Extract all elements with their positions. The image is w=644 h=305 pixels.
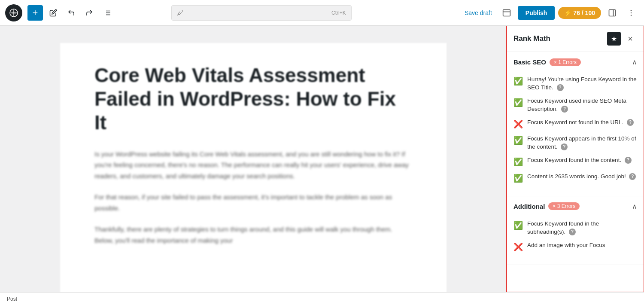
editor-content: Core Web Vitals Assessment Failed in Wor… — [60, 43, 447, 292]
body-paragraph-1: Is your WordPress website failing its Co… — [94, 149, 412, 182]
svg-point-11 — [631, 9, 632, 11]
seo-item: ✅ Focus Keyword used inside SEO Meta Des… — [513, 97, 637, 113]
success-icon: ✅ — [513, 98, 523, 108]
publish-button[interactable]: Publish — [518, 6, 555, 20]
additional-section: Additional × 3 Errors ∧ ✅ Focus Keyword … — [507, 196, 644, 265]
score-badge[interactable]: ⚡ 76 / 100 — [558, 7, 601, 19]
basic-seo-title: Basic SEO × 1 Errors — [513, 58, 581, 66]
additional-error-badge: × 3 Errors — [548, 202, 580, 210]
search-shortcut: Ctrl+K — [331, 10, 346, 16]
error-icon: ❌ — [513, 119, 523, 130]
main-area: Core Web Vitals Assessment Failed in Wor… — [0, 26, 644, 292]
toolbar: + 🖊 Ctrl+K Save draft Publish ⚡ 76 / 100 — [0, 0, 644, 26]
panel-body: Basic SEO × 1 Errors ∧ ✅ Hurray! You're … — [507, 52, 644, 292]
seo-item: ❌ Focus Keyword not found in the URL. ? — [513, 119, 637, 130]
help-icon[interactable]: ? — [625, 157, 632, 164]
panel-close-button[interactable]: × — [623, 32, 637, 46]
panel-header-actions: ★ × — [607, 32, 637, 46]
help-icon[interactable]: ? — [561, 143, 568, 150]
svg-point-13 — [631, 15, 632, 16]
add-block-button[interactable]: + — [27, 5, 43, 21]
wp-logo — [5, 4, 22, 21]
success-icon: ✅ — [513, 76, 523, 87]
view-button[interactable] — [499, 5, 514, 21]
seo-item-text: Focus Keyword not found in the URL. ? — [527, 119, 637, 127]
undo-button[interactable] — [64, 5, 79, 21]
help-icon[interactable]: ? — [629, 173, 636, 180]
score-value: 76 / 100 — [573, 9, 595, 16]
success-icon: ✅ — [513, 220, 523, 231]
seo-item-text: Focus Keyword found in the subheading(s)… — [527, 220, 637, 236]
svg-rect-7 — [503, 9, 510, 16]
seo-item: ✅ Focus Keyword found in the content. ? — [513, 156, 637, 168]
editor-area: Core Web Vitals Assessment Failed in Wor… — [0, 26, 507, 292]
seo-item: ✅ Focus Keyword found in the subheading(… — [513, 220, 637, 236]
seo-item: ✅ Hurray! You're using Focus Keyword in … — [513, 76, 637, 92]
search-input[interactable] — [187, 9, 328, 16]
additional-chevron-icon: ∧ — [632, 202, 637, 210]
seo-item-text: Focus Keyword used inside SEO Meta Descr… — [527, 97, 637, 113]
additional-header[interactable]: Additional × 3 Errors ∧ — [507, 196, 644, 217]
basic-seo-chevron-icon: ∧ — [632, 58, 637, 66]
additional-title: Additional × 3 Errors — [513, 202, 580, 210]
lightning-icon: ⚡ — [564, 9, 571, 16]
list-view-button[interactable] — [100, 5, 115, 21]
seo-item: ❌ Add an image with your Focus — [513, 241, 637, 253]
article-title: Core Web Vitals Assessment Failed in Wor… — [94, 64, 412, 135]
help-icon[interactable]: ? — [569, 229, 576, 235]
seo-item: ✅ Content is 2635 words long. Good job! … — [513, 173, 637, 184]
search-bar: 🖊 Ctrl+K — [171, 5, 352, 21]
help-icon[interactable]: ? — [561, 106, 568, 113]
panel-star-button[interactable]: ★ — [607, 32, 621, 46]
quill-icon: 🖊 — [177, 9, 184, 17]
success-icon: ✅ — [513, 135, 523, 146]
status-bar: Post — [0, 292, 644, 305]
redo-button[interactable] — [82, 5, 97, 21]
save-draft-button[interactable]: Save draft — [461, 9, 495, 16]
sidebar-toggle-button[interactable] — [605, 5, 620, 21]
seo-item-text: Hurray! You're using Focus Keyword in th… — [527, 76, 637, 92]
edit-button[interactable] — [46, 5, 61, 21]
panel-header: Rank Math ★ × — [507, 26, 644, 52]
seo-item-text: Content is 2635 words long. Good job! ? — [527, 173, 637, 181]
error-icon: ❌ — [513, 242, 523, 253]
basic-seo-header[interactable]: Basic SEO × 1 Errors ∧ — [507, 52, 644, 72]
help-icon[interactable]: ? — [627, 119, 634, 126]
svg-point-12 — [631, 12, 632, 13]
svg-rect-9 — [609, 9, 615, 16]
rank-math-panel: Rank Math ★ × Basic SEO × 1 Errors — [507, 26, 644, 292]
basic-seo-error-badge: × 1 Errors — [550, 58, 581, 66]
basic-seo-items: ✅ Hurray! You're using Focus Keyword in … — [507, 72, 644, 196]
body-paragraph-2: For that reason, if your site failed to … — [94, 192, 412, 214]
close-icon: × — [628, 34, 633, 44]
seo-item-text: Add an image with your Focus — [527, 241, 637, 250]
more-options-button[interactable] — [623, 5, 639, 21]
success-icon: ✅ — [513, 157, 523, 168]
additional-items: ✅ Focus Keyword found in the subheading(… — [507, 217, 644, 265]
toolbar-right: Save draft Publish ⚡ 76 / 100 — [461, 5, 639, 21]
panel-title: Rank Math — [513, 34, 550, 43]
success-icon: ✅ — [513, 173, 523, 184]
star-icon: ★ — [611, 35, 617, 43]
seo-item-text: Focus Keyword appears in the first 10% o… — [527, 135, 637, 151]
status-label: Post — [7, 296, 17, 302]
seo-item-text: Focus Keyword found in the content. ? — [527, 156, 637, 165]
help-icon[interactable]: ? — [557, 84, 564, 91]
basic-seo-section: Basic SEO × 1 Errors ∧ ✅ Hurray! You're … — [507, 52, 644, 196]
seo-item: ✅ Focus Keyword appears in the first 10%… — [513, 135, 637, 151]
article-body: Is your WordPress website failing its Co… — [94, 149, 412, 246]
body-paragraph-3: Thankfully, there are plenty of strategi… — [94, 224, 412, 246]
